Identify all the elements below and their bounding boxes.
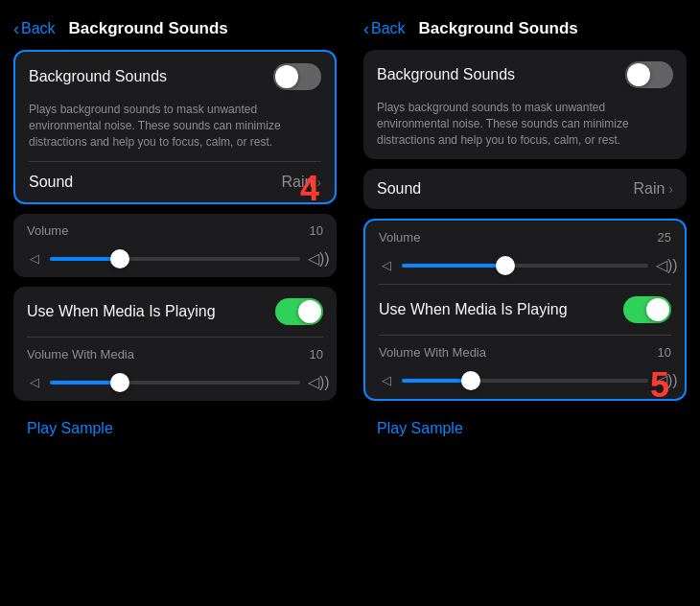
right-play-sample-button[interactable]: Play Sample bbox=[363, 410, 687, 447]
right-volume-media-slider[interactable] bbox=[402, 379, 648, 383]
right-volume-label: Volume bbox=[379, 230, 420, 245]
left-header: ‹ Back Background Sounds bbox=[13, 12, 337, 50]
left-volume-media-label-row: Volume With Media 10 bbox=[13, 338, 337, 363]
left-panel: ‹ Back Background Sounds Background Soun… bbox=[0, 0, 350, 606]
left-media-row: Use When Media Is Playing bbox=[13, 287, 337, 337]
left-volume-slider-row: ◁ ◁)) bbox=[13, 240, 337, 277]
right-volume-quiet-icon: ◁ bbox=[379, 258, 394, 272]
left-volume-media-slider[interactable] bbox=[50, 381, 300, 385]
right-bg-sounds-toggle[interactable] bbox=[625, 61, 673, 88]
right-sound-chevron-icon: › bbox=[668, 181, 673, 197]
right-volume-media-value: 10 bbox=[658, 345, 671, 360]
right-media-row: Use When Media Is Playing bbox=[365, 285, 685, 335]
left-back-button[interactable]: ‹ Back bbox=[13, 20, 56, 37]
left-media-quiet-icon: ◁ bbox=[27, 375, 42, 389]
left-volume-media-value: 10 bbox=[310, 347, 323, 361]
left-volume-label: Volume bbox=[27, 223, 68, 238]
left-volume-thumb bbox=[110, 249, 129, 268]
right-volume-slider-row: ◁ ◁)) bbox=[365, 246, 685, 284]
left-media-label: Use When Media Is Playing bbox=[27, 303, 216, 320]
right-volume-label-row: Volume 25 bbox=[365, 221, 685, 246]
left-volume-slider[interactable] bbox=[50, 257, 300, 261]
left-volume-media-label: Volume With Media bbox=[27, 347, 134, 361]
left-bg-sounds-label: Background Sounds bbox=[29, 68, 167, 85]
right-bg-sounds-card: Background Sounds Plays background sound… bbox=[363, 50, 687, 159]
left-volume-media-slider-row: ◁ ◁)) bbox=[13, 363, 337, 401]
right-sound-card: Sound Rain › bbox=[363, 169, 687, 209]
right-volume-media-thumb bbox=[461, 371, 480, 390]
left-volume-card: Volume 10 ◁ ◁)) bbox=[13, 214, 337, 277]
left-volume-loud-icon: ◁)) bbox=[308, 249, 323, 268]
right-media-toggle-knob bbox=[646, 298, 669, 321]
right-volume-thumb bbox=[496, 256, 515, 275]
left-media-toggle[interactable] bbox=[275, 298, 323, 325]
right-back-label: Back bbox=[371, 20, 406, 37]
left-page-title: Background Sounds bbox=[69, 19, 228, 38]
left-volume-media-thumb bbox=[110, 373, 129, 392]
right-bg-sounds-row: Background Sounds bbox=[363, 50, 687, 100]
left-bg-sounds-row: Background Sounds bbox=[15, 52, 335, 102]
right-page-title: Background Sounds bbox=[419, 19, 578, 38]
right-step-label: 5 bbox=[650, 368, 669, 403]
right-bg-sounds-toggle-knob bbox=[627, 63, 650, 86]
left-volume-quiet-icon: ◁ bbox=[27, 251, 42, 266]
left-bg-sounds-toggle-knob bbox=[275, 65, 298, 88]
right-bg-sounds-description: Plays background sounds to mask unwanted… bbox=[363, 100, 687, 159]
left-media-card: Use When Media Is Playing Volume With Me… bbox=[13, 287, 337, 401]
left-bg-sounds-toggle[interactable] bbox=[273, 63, 321, 90]
left-volume-label-row: Volume 10 bbox=[13, 214, 337, 240]
right-volume-media-card: Volume 25 ◁ ◁)) Use When Media Is Playin… bbox=[363, 219, 687, 401]
right-volume-fill bbox=[402, 264, 505, 268]
right-volume-slider[interactable] bbox=[402, 264, 648, 268]
right-sound-value: Rain › bbox=[633, 180, 673, 198]
right-volume-media-label-row: Volume With Media 10 bbox=[365, 336, 685, 361]
left-play-sample-button[interactable]: Play Sample bbox=[13, 410, 337, 447]
left-sound-label: Sound bbox=[29, 174, 73, 191]
right-volume-media-label: Volume With Media bbox=[379, 345, 486, 360]
right-volume-value: 25 bbox=[658, 230, 671, 245]
right-panel: ‹ Back Background Sounds Background Soun… bbox=[350, 0, 700, 606]
left-step-label: 4 bbox=[300, 172, 319, 206]
left-bg-sounds-card: Background Sounds Plays background sound… bbox=[13, 50, 337, 204]
right-sound-row[interactable]: Sound Rain › bbox=[363, 169, 687, 209]
left-bg-sounds-description: Plays background sounds to mask unwanted… bbox=[15, 102, 335, 161]
left-bg-sound-section: Background Sounds Plays background sound… bbox=[13, 50, 337, 214]
left-media-toggle-knob bbox=[298, 300, 321, 323]
right-media-label: Use When Media Is Playing bbox=[379, 301, 568, 318]
right-volume-media-slider-row: ◁ ◁)) bbox=[365, 361, 685, 399]
right-sound-label: Sound bbox=[377, 180, 421, 198]
right-media-toggle[interactable] bbox=[623, 296, 671, 323]
right-header: ‹ Back Background Sounds bbox=[363, 12, 687, 50]
left-sound-row[interactable]: Sound Rain › bbox=[15, 162, 335, 202]
right-media-quiet-icon: ◁ bbox=[379, 373, 394, 387]
left-back-label: Back bbox=[21, 20, 56, 37]
right-highlighted-section: Volume 25 ◁ ◁)) Use When Media Is Playin… bbox=[363, 219, 687, 410]
left-media-loud-icon: ◁)) bbox=[308, 373, 323, 391]
right-volume-loud-icon: ◁)) bbox=[656, 256, 671, 274]
left-volume-value: 10 bbox=[310, 223, 323, 238]
right-back-button[interactable]: ‹ Back bbox=[363, 20, 406, 37]
right-bg-sounds-label: Background Sounds bbox=[377, 66, 515, 83]
right-back-chevron-icon: ‹ bbox=[363, 20, 369, 37]
left-back-chevron-icon: ‹ bbox=[13, 20, 19, 37]
